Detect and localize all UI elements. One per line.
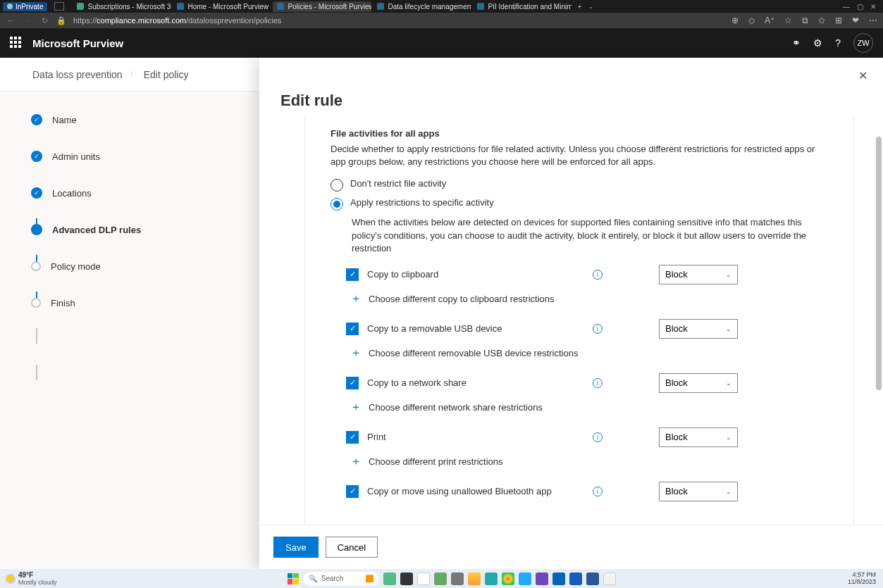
action-dropdown[interactable]: Block⌄ bbox=[659, 373, 738, 393]
save-button[interactable]: Save bbox=[273, 537, 319, 558]
browser-tab[interactable]: Data lifecycle management - Mi…✕ bbox=[373, 1, 471, 12]
activity-print: ✓ Print i Block⌄ bbox=[346, 427, 828, 447]
breadcrumb-root[interactable]: Data loss prevention bbox=[32, 69, 123, 80]
breadcrumb-current: Edit policy bbox=[144, 69, 189, 80]
plus-icon: ＋ bbox=[350, 400, 362, 415]
info-icon[interactable]: i bbox=[593, 378, 603, 388]
extensions-icon[interactable]: ❤ bbox=[852, 15, 859, 25]
tab-actions-icon[interactable] bbox=[54, 2, 64, 11]
back-button[interactable]: ← bbox=[6, 16, 16, 25]
action-dropdown[interactable]: Block⌄ bbox=[659, 265, 738, 284]
wizard-steps: ✓Name ✓Admin units ✓Locations Advanced D… bbox=[0, 92, 259, 314]
scrollbar[interactable] bbox=[873, 115, 883, 525]
read-aloud-icon[interactable]: A⁺ bbox=[765, 15, 774, 25]
diagnostics-icon[interactable]: ⚭ bbox=[792, 37, 801, 49]
collections-icon[interactable]: ⊞ bbox=[835, 15, 842, 25]
radio-icon[interactable] bbox=[331, 179, 343, 192]
choose-print-restrictions[interactable]: ＋Choose different print restrictions bbox=[350, 454, 828, 469]
taskbar-app-icon[interactable] bbox=[485, 573, 498, 585]
more-icon[interactable]: ⋯ bbox=[869, 15, 877, 25]
choose-clipboard-restrictions[interactable]: ＋Choose different copy to clipboard rest… bbox=[350, 292, 828, 306]
taskbar-app-icon[interactable] bbox=[552, 573, 565, 585]
new-tab-button[interactable]: + bbox=[573, 3, 586, 11]
taskbar-app-icon[interactable] bbox=[603, 573, 616, 585]
taskbar-app-icon[interactable] bbox=[451, 573, 464, 585]
taskbar-app-icon[interactable] bbox=[400, 573, 413, 585]
favorites-bar-icon[interactable]: ✩ bbox=[818, 15, 825, 25]
radio-icon[interactable] bbox=[331, 198, 343, 211]
taskbar-app-icon[interactable] bbox=[383, 573, 396, 585]
step-admin-units[interactable]: ✓Admin units bbox=[31, 145, 259, 168]
minimize-button[interactable]: — bbox=[843, 3, 850, 11]
tab-chevron-icon[interactable]: ⌄ bbox=[587, 4, 595, 10]
step-locations[interactable]: ✓Locations bbox=[31, 182, 259, 204]
favorite-icon[interactable]: ☆ bbox=[784, 15, 792, 25]
checkbox[interactable]: ✓ bbox=[346, 431, 359, 444]
browser-tab[interactable]: Subscriptions - Microsoft 365 ad…✕ bbox=[73, 1, 171, 12]
step-name[interactable]: ✓Name bbox=[31, 108, 259, 131]
cancel-button[interactable]: Cancel bbox=[326, 537, 378, 558]
chevron-down-icon: ⌄ bbox=[726, 488, 731, 495]
split-icon[interactable]: ⧉ bbox=[802, 15, 808, 25]
browser-tab[interactable]: Policies - Microsoft Purview✕ bbox=[273, 1, 371, 12]
weather-widget[interactable]: 49°FMostly cloudy bbox=[0, 571, 63, 586]
panel-footer: Save Cancel bbox=[259, 525, 883, 569]
action-dropdown[interactable]: Block⌄ bbox=[659, 427, 738, 447]
info-icon[interactable]: i bbox=[593, 432, 603, 442]
step-advanced-dlp-rules[interactable]: Advanced DLP rules bbox=[31, 218, 259, 241]
step-finish[interactable]: Finish bbox=[31, 292, 259, 314]
panel-title: Edit rule bbox=[259, 58, 883, 115]
taskbar-app-icon[interactable] bbox=[468, 573, 481, 585]
plus-icon: ＋ bbox=[350, 454, 362, 469]
checkbox[interactable]: ✓ bbox=[346, 485, 359, 498]
url-field[interactable]: https://compliance.microsoft.com/datalos… bbox=[73, 16, 724, 25]
step-policy-mode[interactable]: Policy mode bbox=[31, 255, 259, 277]
action-dropdown[interactable]: Block⌄ bbox=[659, 482, 738, 501]
taskbar-app-icon[interactable] bbox=[502, 573, 514, 585]
plus-icon: ＋ bbox=[350, 346, 362, 361]
system-clock[interactable]: 4:57 PM11/8/2023 bbox=[841, 572, 883, 586]
chevron-down-icon: ⌄ bbox=[726, 434, 731, 441]
taskbar-app-icon[interactable] bbox=[417, 573, 430, 585]
taskbar-app-icon[interactable] bbox=[569, 573, 582, 585]
close-window-button[interactable]: ✕ bbox=[870, 3, 876, 11]
checkbox[interactable]: ✓ bbox=[346, 323, 359, 335]
zoom-icon[interactable]: ⊕ bbox=[731, 15, 739, 25]
help-icon[interactable]: ? bbox=[835, 37, 841, 49]
radio-apply-restrictions[interactable]: Apply restrictions to specific activity bbox=[331, 197, 828, 211]
app-title: Microsoft Purview bbox=[32, 37, 792, 49]
browser-tab[interactable]: PII Identification and Minimizati…✕ bbox=[473, 1, 572, 12]
choose-network-restrictions[interactable]: ＋Choose different network share restrict… bbox=[350, 400, 828, 415]
chevron-down-icon: ⌄ bbox=[726, 380, 731, 387]
taskbar-app-icon[interactable] bbox=[434, 573, 447, 585]
info-icon[interactable]: i bbox=[593, 487, 603, 496]
start-button[interactable] bbox=[288, 573, 299, 584]
taskbar-app-icon[interactable] bbox=[519, 573, 531, 585]
settings-icon[interactable]: ⚙ bbox=[813, 37, 822, 49]
lock-icon[interactable]: 🔒 bbox=[56, 16, 66, 25]
shopping-icon[interactable]: ◇ bbox=[748, 15, 755, 25]
info-icon[interactable]: i bbox=[593, 324, 603, 334]
weather-icon bbox=[6, 574, 16, 584]
close-panel-button[interactable]: ✕ bbox=[858, 69, 867, 82]
browser-titlebar: InPrivate Subscriptions - Microsoft 365 … bbox=[0, 0, 883, 13]
app-launcher-icon[interactable] bbox=[10, 37, 23, 49]
refresh-button[interactable]: ↻ bbox=[39, 16, 49, 25]
taskbar-app-icon[interactable] bbox=[536, 573, 548, 585]
address-bar: ← → ↻ 🔒 https://compliance.microsoft.com… bbox=[0, 13, 883, 28]
maximize-button[interactable]: ▢ bbox=[857, 3, 863, 11]
browser-tab[interactable]: Home - Microsoft Purview✕ bbox=[173, 1, 271, 12]
taskbar: 49°FMostly cloudy 🔍Search🟧 4:57 PM11/8/2… bbox=[0, 569, 883, 588]
info-icon[interactable]: i bbox=[593, 270, 603, 280]
avatar[interactable]: ZW bbox=[853, 33, 873, 53]
choose-usb-restrictions[interactable]: ＋Choose different removable USB device r… bbox=[350, 346, 828, 361]
action-dropdown[interactable]: Block⌄ bbox=[659, 319, 738, 339]
checkbox[interactable]: ✓ bbox=[346, 377, 359, 389]
activity-copy-usb: ✓ Copy to a removable USB device i Block… bbox=[346, 319, 828, 339]
taskbar-app-icon[interactable] bbox=[586, 573, 599, 585]
chevron-right-icon: 〉 bbox=[130, 70, 137, 80]
plus-icon: ＋ bbox=[350, 292, 362, 306]
taskbar-search[interactable]: 🔍Search🟧 bbox=[303, 572, 379, 586]
radio-dont-restrict[interactable]: Don't restrict file activity bbox=[331, 178, 828, 192]
checkbox[interactable]: ✓ bbox=[346, 268, 359, 281]
